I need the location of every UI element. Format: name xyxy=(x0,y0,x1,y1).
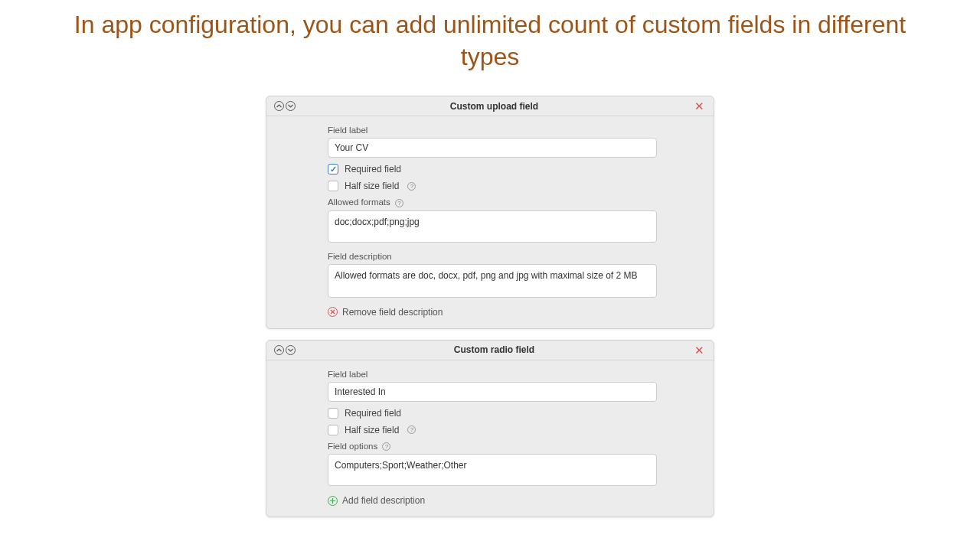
card-title: Custom upload field xyxy=(296,101,693,112)
halfsize-checkbox[interactable] xyxy=(328,181,338,191)
field-label-label: Field label xyxy=(328,370,706,379)
cards-container: Custom upload field ✕ Field label Requir… xyxy=(266,96,714,517)
halfsize-label: Half size field xyxy=(345,181,399,191)
field-description-label: Field description xyxy=(328,252,706,261)
move-down-button[interactable] xyxy=(286,345,296,355)
field-description-input[interactable] xyxy=(328,264,657,298)
field-options-label: Field options ? xyxy=(328,442,706,451)
info-icon[interactable]: ? xyxy=(395,199,403,207)
field-options-input[interactable] xyxy=(328,454,657,486)
required-label: Required field xyxy=(345,408,401,419)
allowed-formats-input[interactable] xyxy=(328,210,657,243)
allowed-formats-label: Allowed formats ? xyxy=(328,197,706,207)
remove-description-button[interactable]: Remove field description xyxy=(328,307,706,318)
add-description-button[interactable]: Add field description xyxy=(328,495,706,506)
field-label-input[interactable] xyxy=(328,382,657,402)
close-icon[interactable]: ✕ xyxy=(693,344,706,356)
custom-radio-field-card: Custom radio field ✕ Field label Require… xyxy=(266,340,714,517)
remove-description-label: Remove field description xyxy=(342,307,443,318)
page-title: In app configuration, you can add unlimi… xyxy=(0,0,980,73)
move-up-button[interactable] xyxy=(274,345,284,355)
move-buttons xyxy=(274,101,296,111)
move-down-button[interactable] xyxy=(286,101,296,111)
info-icon[interactable]: ? xyxy=(382,442,390,451)
add-icon xyxy=(328,496,338,506)
required-checkbox[interactable] xyxy=(328,164,338,174)
move-buttons xyxy=(274,345,296,355)
remove-icon xyxy=(328,307,338,317)
field-label-input[interactable] xyxy=(328,138,657,158)
info-icon[interactable]: ? xyxy=(407,425,416,434)
close-icon[interactable]: ✕ xyxy=(693,100,706,112)
halfsize-checkbox[interactable] xyxy=(328,425,338,435)
field-label-label: Field label xyxy=(328,126,706,135)
card-header: Custom radio field ✕ xyxy=(266,341,714,360)
card-body: Field label Required field Half size fie… xyxy=(266,116,714,328)
required-label: Required field xyxy=(345,164,401,174)
add-description-label: Add field description xyxy=(342,495,425,506)
card-title: Custom radio field xyxy=(296,344,693,355)
info-icon[interactable]: ? xyxy=(407,182,416,191)
custom-upload-field-card: Custom upload field ✕ Field label Requir… xyxy=(266,96,714,328)
halfsize-label: Half size field xyxy=(345,425,399,435)
move-up-button[interactable] xyxy=(274,101,284,111)
card-header: Custom upload field ✕ xyxy=(266,96,714,116)
card-body: Field label Required field Half size fie… xyxy=(266,360,714,517)
required-checkbox[interactable] xyxy=(328,408,338,419)
